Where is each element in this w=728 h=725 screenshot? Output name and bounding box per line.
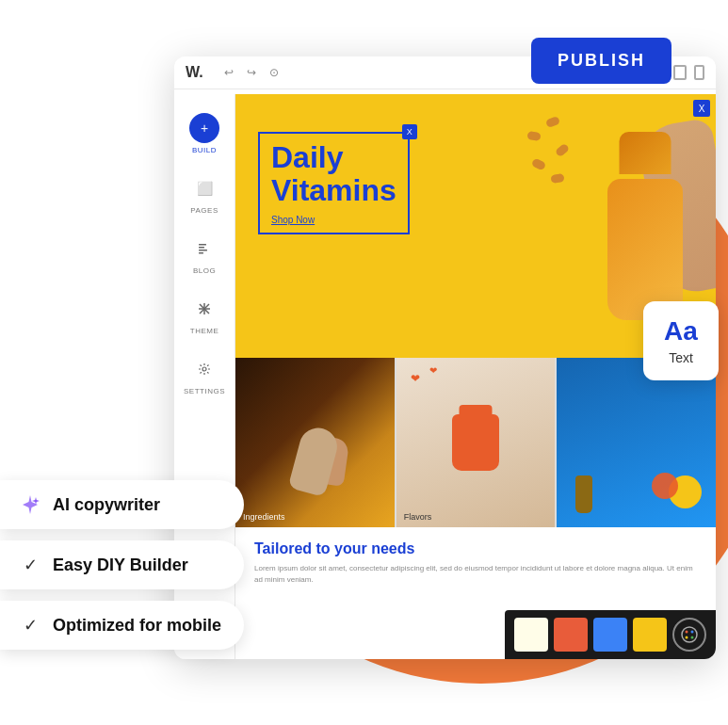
sidebar-item-theme[interactable]: THEME xyxy=(174,286,235,343)
text-box-close-icon[interactable]: X xyxy=(402,124,417,139)
hero-title: Daily Vitamins xyxy=(271,141,396,207)
vitamin-bottle xyxy=(593,132,697,320)
ai-sparkle-icon xyxy=(19,493,41,516)
grid-cell-citrus[interactable] xyxy=(557,358,716,527)
svg-rect-2 xyxy=(199,250,207,251)
svg-point-8 xyxy=(202,367,206,371)
citrus-image xyxy=(557,358,716,527)
bottom-section: Tailored to your needs Lorem ipsum dolor… xyxy=(235,527,716,599)
sidebar-item-build[interactable]: + BUILD xyxy=(174,105,235,162)
sidebar-label-blog: BLOG xyxy=(193,266,216,275)
sidebar-label-pages: PAGES xyxy=(190,206,218,215)
text-tooltip-label: Text xyxy=(662,350,700,365)
feature-pill-diy[interactable]: ✓ Easy DIY Builder xyxy=(0,540,244,589)
tailored-text: Lorem ipsum dolor sit amet, consectetur … xyxy=(254,563,697,586)
diy-check-icon: ✓ xyxy=(19,554,41,576)
blog-icon xyxy=(189,234,219,264)
svg-point-14 xyxy=(688,633,691,636)
main-content: X X Daily Vitamins Shop Now xyxy=(235,94,716,659)
swatches-toolbar[interactable] xyxy=(505,610,716,659)
svg-rect-1 xyxy=(199,247,204,249)
svg-rect-0 xyxy=(199,244,206,246)
svg-point-13 xyxy=(691,636,694,639)
preview-icon[interactable]: ⊙ xyxy=(266,64,283,81)
sidebar-label-settings: SETTINGS xyxy=(184,387,225,395)
publish-button[interactable]: PUBLISH xyxy=(531,38,671,84)
swatch-cream[interactable] xyxy=(514,618,548,652)
mobile-optimized-label: Optimized for mobile xyxy=(53,616,221,636)
pill-5 xyxy=(550,173,564,184)
svg-point-11 xyxy=(691,631,694,634)
settings-icon xyxy=(189,354,219,384)
browser-window: W. ↩ ↪ ⊙ + BUILD ⬜ PAGES xyxy=(174,56,716,659)
ingredients-image xyxy=(235,358,395,527)
browser-logo: W. xyxy=(186,64,203,81)
palette-icon[interactable] xyxy=(672,618,706,652)
svg-rect-3 xyxy=(199,252,203,254)
pages-icon: ⬜ xyxy=(189,173,219,203)
hero-title-line1: Daily xyxy=(271,140,343,174)
bottle-body xyxy=(607,179,683,320)
text-tooltip-aa: Aa xyxy=(662,316,700,346)
mobile-check-icon: ✓ xyxy=(19,614,41,636)
pill-3 xyxy=(555,143,571,158)
redo-icon[interactable]: ↪ xyxy=(243,64,260,81)
theme-icon xyxy=(189,294,219,324)
ai-copywriter-label: AI copywriter xyxy=(53,495,160,515)
bottle-cap xyxy=(620,132,671,174)
sidebar-item-pages[interactable]: ⬜ PAGES xyxy=(174,166,235,222)
feature-pill-mobile[interactable]: ✓ Optimized for mobile xyxy=(0,601,244,650)
undo-icon[interactable]: ↩ xyxy=(220,64,237,81)
hero-title-line2: Vitamins xyxy=(271,173,396,207)
image-grid: Ingredients ❤ ❤ Flavors xyxy=(235,358,716,527)
swatch-blue[interactable] xyxy=(593,618,627,652)
ingredients-label: Ingredients xyxy=(243,512,285,522)
grid-cell-ingredients[interactable]: Ingredients xyxy=(235,358,395,527)
scatter-pills xyxy=(518,113,593,207)
tablet-icon[interactable] xyxy=(673,65,687,80)
flavors-image: ❤ ❤ xyxy=(396,358,556,527)
svg-point-10 xyxy=(686,631,688,634)
hero-text-box[interactable]: X Daily Vitamins Shop Now xyxy=(258,132,410,234)
flavors-label: Flavors xyxy=(404,512,432,522)
hero-close-button[interactable]: X xyxy=(693,100,710,117)
build-icon: + xyxy=(189,113,219,143)
feature-pills: AI copywriter ✓ Easy DIY Builder ✓ Optim… xyxy=(0,480,244,650)
sidebar-label-build: BUILD xyxy=(192,146,217,154)
diy-builder-label: Easy DIY Builder xyxy=(53,556,188,575)
pill-4 xyxy=(531,157,546,170)
text-tooltip: Aa Text xyxy=(643,301,719,380)
shop-now-link[interactable]: Shop Now xyxy=(271,215,396,225)
swatch-red[interactable] xyxy=(554,618,588,652)
pill-1 xyxy=(545,116,560,128)
mobile-icon[interactable] xyxy=(694,65,704,80)
svg-point-12 xyxy=(686,636,688,639)
toolbar-icons: ↩ ↪ ⊙ xyxy=(220,64,283,81)
swatch-yellow[interactable] xyxy=(633,618,667,652)
sidebar-label-theme: THEME xyxy=(190,327,219,335)
tailored-title: Tailored to your needs xyxy=(254,540,697,557)
sidebar-item-blog[interactable]: BLOG xyxy=(174,226,235,282)
pill-2 xyxy=(526,131,541,141)
page-wrapper: PUBLISH W. ↩ ↪ ⊙ + BUILD ⬜ xyxy=(0,0,728,725)
grid-cell-flavors[interactable]: ❤ ❤ Flavors xyxy=(396,358,556,527)
sidebar-item-settings[interactable]: SETTINGS xyxy=(174,346,235,403)
feature-pill-ai[interactable]: AI copywriter xyxy=(0,480,244,529)
